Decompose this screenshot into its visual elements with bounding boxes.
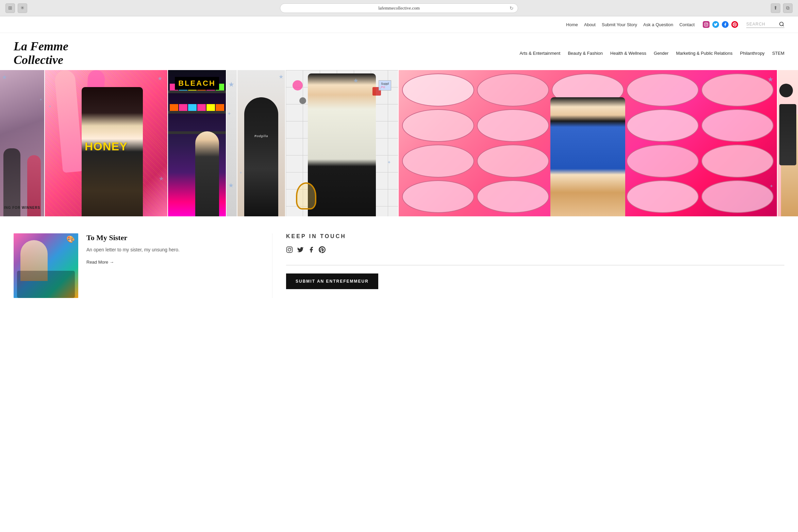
main-navigation: Arts & Entertainment Beauty & Fashion He… bbox=[519, 51, 784, 56]
article-thumbnail[interactable]: 🎨 bbox=[14, 233, 78, 298]
search-input[interactable] bbox=[746, 22, 777, 27]
sidebar-toggle-button[interactable]: ⊞ bbox=[5, 3, 15, 13]
browser-controls: ⊞ ✳ bbox=[5, 3, 27, 13]
search-icon[interactable] bbox=[779, 21, 784, 27]
nav-stem[interactable]: STEM bbox=[772, 51, 784, 56]
nav-about[interactable]: About bbox=[584, 22, 596, 27]
kit-instagram-icon[interactable] bbox=[286, 246, 293, 255]
browser-chrome: ⊞ ✳ lafemmecollective.com ↻ ⬆ ⧉ bbox=[0, 0, 798, 16]
search-area[interactable] bbox=[746, 21, 784, 28]
hero-panel-pink-circles: ★ ✦ bbox=[399, 70, 777, 216]
nav-gender[interactable]: Gender bbox=[654, 51, 668, 56]
pinterest-icon-top[interactable] bbox=[731, 21, 738, 28]
hero-panel-tile-woman: Suppl Piz ★ ✦ bbox=[286, 70, 398, 216]
logo-line2: Collective bbox=[14, 53, 63, 67]
suppl-piz-sign: Suppl Piz bbox=[379, 80, 391, 90]
hero-panel-right-edge bbox=[778, 70, 798, 216]
nav-submit-story[interactable]: Submit Your Story bbox=[602, 22, 637, 27]
hero-panel-pink-woman: HONEY ★ ✦ ★ bbox=[45, 70, 167, 216]
svg-rect-4 bbox=[287, 247, 293, 253]
facebook-icon-top[interactable] bbox=[722, 21, 729, 28]
instagram-icon-top[interactable] bbox=[703, 21, 710, 28]
content-section: 🎨 To My Sister An open letter to my sist… bbox=[0, 216, 798, 315]
logo-line1: La Femme bbox=[14, 39, 68, 53]
refresh-icon[interactable]: ↻ bbox=[510, 5, 514, 11]
puzzle-button[interactable]: ✳ bbox=[18, 3, 27, 13]
nav-arts-entertainment[interactable]: Arts & Entertainment bbox=[519, 51, 560, 56]
share-button[interactable]: ⬆ bbox=[771, 3, 780, 13]
address-bar-container: lafemmecollective.com ↻ bbox=[31, 3, 767, 13]
hero-collage: ★ ✦ ING FOR WINNERS HONEY ★ ✦ ★ bbox=[0, 70, 798, 216]
nav-health-wellness[interactable]: Health & Wellness bbox=[610, 51, 646, 56]
nav-marketing-pr[interactable]: Marketing & Public Relations bbox=[676, 51, 732, 56]
kit-pinterest-icon[interactable] bbox=[319, 246, 326, 255]
article-excerpt: An open letter to my sister, my unsung h… bbox=[86, 246, 252, 253]
browser-right-controls: ⬆ ⧉ bbox=[771, 3, 793, 13]
svg-point-1 bbox=[705, 24, 707, 26]
resize-button[interactable]: ⧉ bbox=[783, 3, 793, 13]
kit-facebook-icon[interactable] bbox=[308, 246, 315, 255]
article-preview: 🎨 To My Sister An open letter to my sist… bbox=[14, 233, 252, 298]
top-nav-links: Home About Submit Your Story Ask a Quest… bbox=[566, 22, 695, 27]
submit-entrefemmeur-button[interactable]: SUBMIT AN ENTREFEMMEUR bbox=[286, 273, 378, 289]
nav-home[interactable]: Home bbox=[566, 22, 578, 27]
svg-point-3 bbox=[780, 22, 783, 26]
nav-contact[interactable]: Contact bbox=[679, 22, 695, 27]
honey-text: HONEY bbox=[85, 139, 128, 153]
nav-beauty-fashion[interactable]: Beauty & Fashion bbox=[568, 51, 603, 56]
url-text: lafemmecollective.com bbox=[378, 5, 420, 11]
jacket-text: Rodgilla bbox=[254, 134, 268, 138]
keep-in-touch-title: KEEP IN TOUCH bbox=[286, 233, 784, 239]
nav-ask-question[interactable]: Ask a Question bbox=[643, 22, 673, 27]
twitter-icon-top[interactable] bbox=[712, 21, 719, 28]
read-more-link[interactable]: Read More → bbox=[86, 260, 114, 265]
keep-in-touch-section: KEEP IN TOUCH SUBMIT AN ENTREFEMMEUR bbox=[272, 233, 784, 298]
article-info: To My Sister An open letter to my sister… bbox=[86, 233, 252, 298]
site-header: La Femme Collective Arts & Entertainment… bbox=[0, 33, 798, 70]
svg-point-6 bbox=[291, 248, 292, 249]
kit-twitter-icon[interactable] bbox=[297, 246, 304, 255]
hero-panel-back-jacket: Rodgilla ★ ✦ bbox=[237, 70, 285, 216]
nav-philanthropy[interactable]: Philanthropy bbox=[740, 51, 765, 56]
keep-in-touch-socials bbox=[286, 246, 784, 255]
hero-overlay-text: ING FOR WINNERS bbox=[4, 206, 40, 210]
site-logo[interactable]: La Femme Collective bbox=[14, 40, 68, 67]
hero-panel-left: ★ ✦ ING FOR WINNERS bbox=[0, 70, 44, 216]
kit-divider bbox=[286, 265, 784, 265]
hero-panel-stars: ★ ✦ ★ bbox=[227, 70, 237, 216]
address-bar[interactable]: lafemmecollective.com ↻ bbox=[280, 3, 518, 13]
article-title: To My Sister bbox=[86, 233, 252, 242]
svg-rect-0 bbox=[704, 23, 708, 26]
svg-point-2 bbox=[707, 23, 708, 24]
top-navigation: Home About Submit Your Story Ask a Quest… bbox=[0, 16, 798, 33]
hero-strip: ★ ✦ ING FOR WINNERS HONEY ★ ✦ ★ bbox=[0, 70, 798, 216]
website: Home About Submit Your Story Ask a Quest… bbox=[0, 16, 798, 532]
bleach-sign: BLEACH bbox=[175, 77, 219, 90]
svg-point-5 bbox=[288, 248, 291, 251]
top-social-icons bbox=[703, 21, 738, 28]
hero-panel-bleach: BLEACH bbox=[168, 70, 226, 216]
